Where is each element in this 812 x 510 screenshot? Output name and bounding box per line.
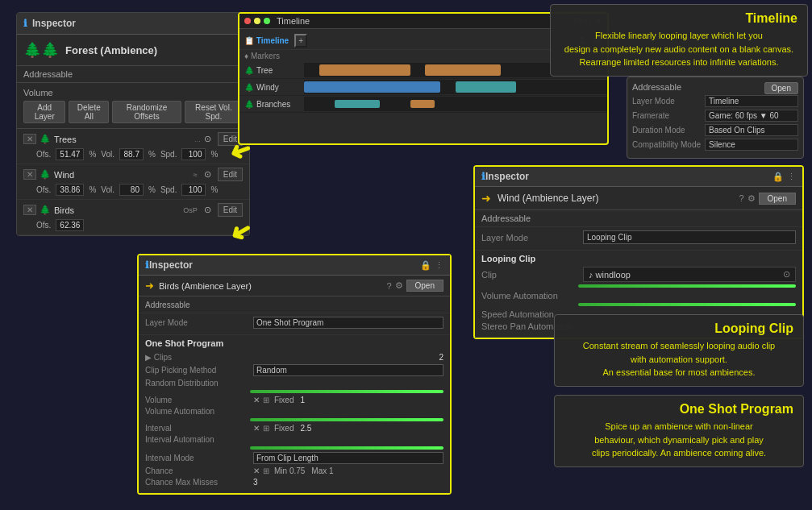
birds-interval-auto-label: Interval Automation <box>145 435 250 444</box>
timeline-tab: 📋 Timeline <box>244 36 289 45</box>
birds-clock: ⊙ <box>204 205 211 215</box>
birds-interval-mode-row: Interval Mode From Clip Length <box>145 452 443 464</box>
randomize-offsets-button[interactable]: Randomize Offsets <box>112 101 181 123</box>
birds-clip-picking-select[interactable]: Random <box>253 364 443 376</box>
wind-addressable-label: Addressable <box>481 214 531 223</box>
volume-buttons: Add Layer Delete All Randomize Offsets R… <box>23 101 243 123</box>
trees-layer-name: Trees <box>54 135 191 144</box>
wind-inspector-header: ℹ Inspector 🔒 ⋮ <box>475 167 802 187</box>
wind-pct1: % <box>89 185 96 194</box>
wind-ofs-label: Ofs. <box>36 185 51 194</box>
birds-volume-label: Volume <box>145 396 250 404</box>
birds-oneshot-section: One Shot Program ▶ Clips 2 Clip Picking … <box>139 335 450 493</box>
birds-layer-mode-row: Layer Mode One Shot Program <box>145 317 443 329</box>
birds-interval-mode-select[interactable]: From Clip Length <box>253 452 443 464</box>
birds-interval-auto-bar <box>250 446 443 450</box>
addressable-open-button[interactable]: Open <box>764 82 798 94</box>
layer-row-wind: ✕ 🌲 Wind ≈ ⊙ Edit Ofs. 38.86 % Vol. 80 %… <box>17 164 249 200</box>
ap-label-duration: Duration Mode <box>632 126 705 135</box>
tl-track-branches: 🌲 Branches <box>239 96 607 113</box>
birds-arrow-icon: ➜ <box>145 280 154 292</box>
birds-layer-name: Birds (Ambience Layer) <box>159 281 252 291</box>
track-icon-tree: 🌲 <box>244 66 254 75</box>
trees-clock: ⊙ <box>204 134 211 144</box>
track-name-tree: Tree <box>256 66 273 75</box>
callout-looping: Looping Clip Constant stream of seamless… <box>554 314 804 387</box>
tl-clip-tree-1 <box>319 64 410 76</box>
birds-open-button[interactable]: Open <box>406 280 443 292</box>
delete-all-button[interactable]: Delete All <box>69 101 109 123</box>
wind-icon: 🌲 <box>40 169 51 180</box>
ap-value-duration: Based On Clips <box>705 124 798 136</box>
birds-interval-auto-row: Interval Automation <box>145 435 443 444</box>
birds-chance-max: Max 1 <box>311 466 333 475</box>
wind-speed-bar <box>578 303 796 306</box>
birds-addressable-label: Addressable <box>145 301 190 309</box>
wind-inspector-title: Inspector <box>485 171 772 182</box>
birds-interval-val: 2.5 <box>300 424 311 433</box>
birds-help-icon: ? <box>386 281 391 291</box>
birds-clips-count: 2 <box>439 353 443 362</box>
birds-menu-icon: ⋮ <box>435 260 443 271</box>
addressable-row: Addressable <box>17 66 249 83</box>
wind-spd-val: 100 <box>181 184 206 196</box>
track-icon-branches: 🌲 <box>244 100 254 109</box>
callout-timeline-text: Flexible linearly looping layer which le… <box>560 29 797 69</box>
birds-edit-button[interactable]: Edit <box>218 203 243 217</box>
close-dot[interactable] <box>244 18 251 24</box>
birds-random-dist-bar <box>250 390 443 393</box>
wind-lock-icon: 🔒 <box>772 172 784 182</box>
birds-oneshot-title: One Shot Program <box>145 338 223 348</box>
trees-spd-val: 100 <box>181 148 206 160</box>
minimize-dot[interactable] <box>254 18 260 24</box>
trees-pct2: % <box>148 150 156 159</box>
markers-label: ♦ Markers <box>244 52 280 60</box>
callout-looping-text: Constant stream of seamlessly looping au… <box>564 339 793 379</box>
main-inspector: ℹ Inspector 🌲🌲 Forest (Ambience) Address… <box>16 12 250 236</box>
trees-ofs-val: 51.47 <box>56 148 84 160</box>
wind-inspector: ℹ Inspector 🔒 ⋮ ➜ Wind (Ambience Layer) … <box>473 165 804 339</box>
wind-layer-mode-row: Layer Mode Looping Clip <box>481 230 796 244</box>
birds-oneshot-header: One Shot Program <box>145 338 443 350</box>
track-icon-windy: 🌲 <box>244 83 254 92</box>
birds-chance-max-misses-label: Chance Max Misses <box>145 478 250 487</box>
remove-trees-button[interactable]: ✕ <box>23 134 36 144</box>
remove-birds-button[interactable]: ✕ <box>23 205 36 215</box>
birds-settings-icon: ⚙ <box>395 280 403 291</box>
trees-icon: 🌲 <box>40 134 51 144</box>
birds-inspector-title: Inspector <box>149 259 420 271</box>
reset-vol-spd-button[interactable]: Reset Vol. Spd. <box>185 101 243 123</box>
inspector-title: Inspector <box>32 18 76 29</box>
birds-layer-mode-select[interactable]: One Shot Program <box>253 317 443 329</box>
tl-clip-windy-1 <box>304 81 440 93</box>
wind-layer-mode-select[interactable]: Looping Clip <box>583 230 796 244</box>
birds-chance-max-misses-row: Chance Max Misses 3 <box>145 478 443 487</box>
wind-layer-mode-section: Layer Mode Looping Clip <box>475 227 802 251</box>
callout-timeline: Timeline Flexible linearly looping layer… <box>550 4 808 77</box>
birds-clips-row: ▶ Clips 2 <box>145 353 443 362</box>
wind-clip-value: ♪ windloop <box>589 270 631 280</box>
tl-add-btn[interactable]: + <box>294 34 307 48</box>
ap-row-duration: Duration Mode Based On Clips <box>632 124 798 136</box>
birds-header-icons: 🔒 ⋮ <box>420 260 443 271</box>
wind-edit-button[interactable]: Edit <box>218 168 243 181</box>
info-icon: ℹ <box>23 18 27 29</box>
add-layer-button[interactable]: Add Layer <box>23 101 65 123</box>
tl-clip-branches-2 <box>410 100 435 108</box>
birds-interval-bracket: ⊞ <box>263 424 269 433</box>
wind-layer-mode-label: Layer Mode <box>481 233 578 243</box>
birds-volume-bracket: ⊞ <box>263 396 269 404</box>
birds-layer-name: Birds <box>54 205 180 215</box>
tl-clip-windy-2 <box>456 81 516 93</box>
ap-label-compat: Compatibility Mode <box>632 140 705 149</box>
ap-row-framerate: Framerate Game: 60 fps ▼ 60 <box>632 110 798 122</box>
birds-chance-slider: ⊞ Min 0.75 Max 1 <box>263 466 443 475</box>
birds-layer-mode-label: Layer Mode <box>145 318 250 327</box>
birds-chance-min: Min 0.75 <box>274 466 305 475</box>
wind-open-button[interactable]: Open <box>759 193 796 205</box>
tl-track-content-branches <box>304 97 607 111</box>
wind-layer-name: Wind <box>54 170 190 180</box>
wind-looping-clip-heading: Looping Clip <box>481 254 796 263</box>
maximize-dot[interactable] <box>264 18 270 24</box>
remove-wind-button[interactable]: ✕ <box>23 169 36 180</box>
